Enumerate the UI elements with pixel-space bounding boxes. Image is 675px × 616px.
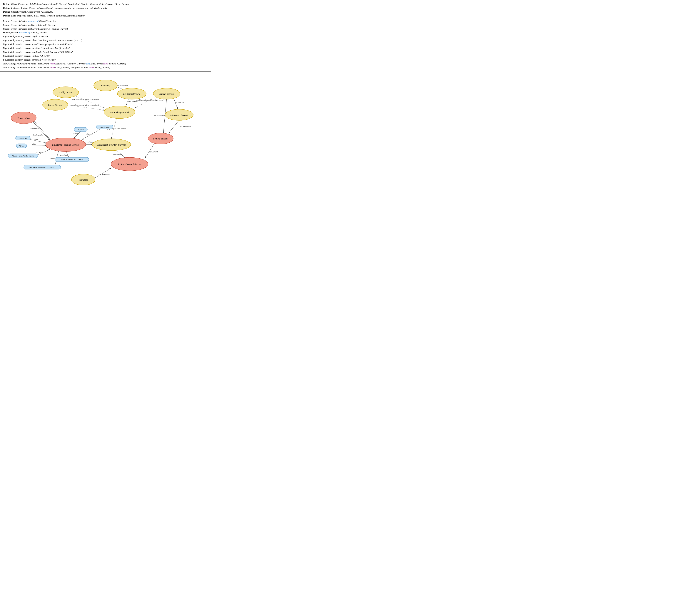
node-eq-counter-current-label: Equatorial_counter_current bbox=[52, 143, 79, 146]
edge-label-somalicur-iof: hasCurrent bbox=[149, 151, 158, 153]
node-3-10n-label: 3-10°N bbox=[78, 128, 84, 131]
edge-label-alias: alias bbox=[32, 143, 36, 145]
node-warm-current-label: Warm_Current bbox=[48, 104, 62, 106]
edge-label-economy-upfishing: has individual bbox=[117, 85, 128, 87]
define-classes: Define Class: Firsheries, JoinFishingGro… bbox=[3, 2, 208, 6]
node-upfishing-label: upFishingGround bbox=[123, 92, 141, 95]
edge-label-somalic-join: hasCurrent(equivalent class some) bbox=[137, 99, 164, 101]
node-speed-label: average speed is around 40cm/s bbox=[29, 166, 55, 168]
stmt-6: Equatorial_counter_current alias “North … bbox=[3, 39, 208, 43]
stmt-12: JoinFishingGround equivalent to (hasCurr… bbox=[3, 62, 208, 66]
stmt-9: Equatorial_counter_current amplitude “wi… bbox=[3, 50, 208, 54]
node-atlantic: Atlantic and Pacific basins bbox=[8, 154, 38, 158]
node-speed: average speed is around 40cm/s bbox=[24, 165, 61, 169]
node-monsoon-current: Monsoon_Current bbox=[165, 109, 193, 120]
stmt-13: JoinFishingGround equivalent to (hasCurr… bbox=[3, 66, 208, 70]
stmt-7: Equatorial_counter_current speed “averag… bbox=[3, 43, 208, 46]
node-economy-label: Economy bbox=[101, 84, 110, 87]
stmt-3: Indian_Ocean_fisheries hasCurrent Equato… bbox=[3, 27, 208, 31]
node-fisheries: Fisheries bbox=[71, 174, 95, 185]
node-necc: NECC bbox=[16, 144, 27, 148]
node-somali-current-label: Somali_Current bbox=[159, 92, 174, 95]
edge-label-monsoon-somalicurrent: has individual bbox=[179, 125, 191, 127]
edge-label-fisheries-iof: has individual bbox=[98, 174, 109, 176]
node-somali-current-instance-label: Somali_current bbox=[153, 137, 168, 140]
node-warm-current: Warm_Current bbox=[43, 99, 68, 111]
node-depth-val-label: -10~~15m bbox=[19, 137, 27, 139]
node-eq-counter-current-class-label: Equatorial_Counter_Current bbox=[97, 143, 126, 146]
define-instances: Define Instance: Indian_Ocean_fisheries,… bbox=[3, 6, 208, 10]
edge-label-amplitude: amplitude bbox=[60, 154, 68, 156]
edge-label-ecc-iof: hasCurrent bbox=[113, 153, 122, 155]
node-indian-ocean-fisheries: Indian_Ocean_fisheries bbox=[111, 157, 148, 171]
node-west-east: west to east bbox=[96, 125, 113, 129]
edge-cold-join-dashed bbox=[76, 96, 105, 108]
stmt-5: Equatorial_counter_current depth “-10~15… bbox=[3, 35, 208, 39]
stmt-11: Equatorial_counter_current direction “we… bbox=[3, 58, 208, 62]
edge-neg10-ecc bbox=[30, 139, 47, 143]
ontology-diagram: has individual has subclass hasCurrent(e… bbox=[0, 72, 211, 192]
edge-label-warm-join: hasCurrent(equivalent class some) bbox=[72, 104, 99, 106]
edge-label-latitude: latitude bbox=[73, 132, 78, 134]
edge-label-trade-hasresultby: hasResultBy bbox=[33, 134, 43, 136]
node-economy: Economy bbox=[94, 80, 118, 91]
node-fisheries-label: Fisheries bbox=[79, 178, 88, 181]
node-somali-current: Somali_Current bbox=[153, 88, 180, 99]
define-obj-prop: Define Object property: hasCurrent, hasR… bbox=[3, 10, 208, 14]
stmt-10: Equatorial_counter_current latitude “3-1… bbox=[3, 54, 208, 58]
node-somali-current-instance: Somali_current bbox=[148, 133, 173, 144]
diagram-svg: has individual has subclass hasCurrent(e… bbox=[0, 72, 211, 192]
node-necc-label: NECC bbox=[19, 145, 24, 147]
node-eq-counter-current-class: Equatorial_Counter_Current bbox=[92, 139, 131, 151]
node-3-10n: 3-10°N bbox=[74, 127, 87, 132]
node-depth-val: -10~~15m bbox=[15, 136, 30, 140]
node-monsoon-current-label: Monsoon_Current bbox=[170, 113, 188, 116]
node-atlantic-label: Atlantic and Pacific basins bbox=[12, 155, 34, 157]
edge-label-somalicls-somalicur: has individual bbox=[154, 115, 165, 117]
node-cold-current-label: Cold_Current bbox=[59, 91, 73, 93]
edge-label-cold-join: hasCurrent(equivalent class some) bbox=[72, 98, 99, 100]
node-cold-current: Cold_Current bbox=[53, 87, 79, 98]
node-trade-winds-label: Trade_winds bbox=[17, 116, 30, 119]
edge-label-direction: direction bbox=[86, 133, 93, 135]
define-data-prop: Define Data property: depth, alias, spee… bbox=[3, 14, 208, 18]
edge-monsoon-somalicurrent bbox=[168, 120, 179, 133]
edge-necc-ecc bbox=[26, 146, 47, 146]
edge-label-location: location bbox=[36, 151, 43, 153]
node-join-fishing: JoinFishingGround bbox=[104, 106, 135, 119]
node-indian-ocean-fisheries-label: Indian_Ocean_fisheries bbox=[118, 162, 141, 165]
node-width: width is around 300-700km bbox=[55, 157, 89, 161]
edge-somalicur-iof bbox=[145, 143, 155, 158]
node-west-east-label: west to east bbox=[100, 126, 109, 128]
stmt-8: Equatorial_counter_current location “Atl… bbox=[3, 46, 208, 50]
node-eq-counter-current: Equatorial_counter_current bbox=[46, 138, 86, 151]
edge-trade-ecc-1 bbox=[32, 121, 50, 140]
edge-3-10-ecc bbox=[74, 131, 81, 138]
node-trade-winds: Trade_winds bbox=[11, 112, 36, 124]
definition-block: Define Class: Firsheries, JoinFishingGro… bbox=[0, 0, 211, 72]
edge-label-depth: depth bbox=[34, 138, 38, 140]
stmt-1: Indian_Ocean_fisheries instance of Class… bbox=[3, 19, 208, 23]
node-join-fishing-label: JoinFishingGround bbox=[110, 111, 129, 114]
node-width-label: width is around 300-700km bbox=[61, 158, 83, 160]
stmt-4: Somali_current instance of Somali_Curren… bbox=[3, 31, 208, 35]
edge-label-trade-hasindiv: has individual bbox=[30, 127, 41, 129]
stmt-2: Indian_Ocean_fisheries hasCurrent Somali… bbox=[3, 23, 208, 27]
edge-label-speed: speed bbox=[51, 157, 55, 159]
edge-label-somalic-monsoon: has subclass bbox=[175, 101, 184, 104]
node-upfishing: upFishingGround bbox=[118, 88, 146, 99]
